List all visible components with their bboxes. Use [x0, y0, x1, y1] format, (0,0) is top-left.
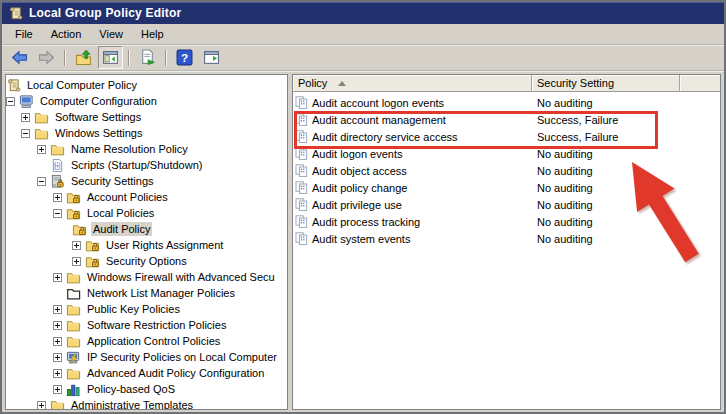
- title-bar: Local Group Policy Editor: [2, 2, 724, 24]
- policy-row-audit-privilege-use[interactable]: Audit privilege useNo auditing: [293, 196, 720, 213]
- tree-item-label: Security Settings: [69, 174, 156, 188]
- server-lock-icon: [50, 174, 65, 189]
- tree-item-label: Windows Firewall with Advanced Secu: [85, 270, 277, 284]
- policy-doc-icon: [295, 164, 308, 177]
- policy-name: Audit process tracking: [312, 216, 420, 228]
- policy-name: Audit privilege use: [312, 199, 402, 211]
- policy-row-audit-account-management[interactable]: Audit account managementSuccess, Failure: [293, 111, 720, 128]
- tree-item-windows-settings[interactable]: Windows Settings: [6, 125, 287, 141]
- column-header-policy[interactable]: Policy: [293, 75, 532, 92]
- policy-cell: Audit system events: [293, 232, 532, 245]
- policy-cell: Audit account management: [293, 113, 532, 126]
- plus-box-icon: [72, 241, 81, 250]
- policy-row-audit-system-events[interactable]: Audit system eventsNo auditing: [293, 230, 720, 247]
- plus-box-icon: [37, 401, 46, 410]
- tree-item-name-resolution-policy[interactable]: Name Resolution Policy: [6, 141, 287, 157]
- forward-button[interactable]: [34, 46, 59, 69]
- toolbar: ?: [2, 45, 724, 71]
- column-header-blank: [680, 75, 720, 92]
- tree-item-local-computer-policy[interactable]: Local Computer Policy: [6, 77, 287, 93]
- tree-item-local-policies[interactable]: Local Policies: [6, 205, 287, 221]
- policy-doc-icon: [295, 181, 308, 194]
- menu-help[interactable]: Help: [132, 26, 173, 42]
- security-setting-value: No auditing: [532, 165, 593, 177]
- tree-item-network-list-manager-policies[interactable]: Network List Manager Policies: [6, 285, 287, 301]
- policy-row-audit-object-access[interactable]: Audit object accessNo auditing: [293, 162, 720, 179]
- scripts-icon: [50, 158, 65, 173]
- plus-box-icon: [53, 369, 62, 378]
- plus-box-icon: [53, 305, 62, 314]
- list-header: Policy Security Setting: [293, 75, 720, 92]
- security-setting-value: Success, Failure: [532, 114, 618, 126]
- folder-icon: [66, 318, 81, 333]
- back-button[interactable]: [7, 46, 32, 69]
- console-tree-icon: [102, 49, 119, 66]
- tree-item-audit-policy[interactable]: Audit Policy: [6, 221, 287, 237]
- policy-row-audit-process-tracking[interactable]: Audit process trackingNo auditing: [293, 213, 720, 230]
- column-header-policy-label: Policy: [298, 77, 327, 89]
- folder-icon: [50, 142, 65, 157]
- menu-file[interactable]: File: [6, 26, 42, 42]
- folder-icon: [34, 110, 49, 125]
- security-setting-value: No auditing: [532, 199, 593, 211]
- nav-back-icon: [11, 49, 28, 66]
- folder-icon: [66, 270, 81, 285]
- tree-item-software-restriction-policies[interactable]: Software Restriction Policies: [6, 317, 287, 333]
- folder-lock-icon: [72, 222, 87, 237]
- policy-doc-icon: [295, 198, 308, 211]
- up-one-level-button[interactable]: [71, 46, 96, 69]
- show-action-pane-button[interactable]: [199, 46, 224, 69]
- tree-item-computer-configuration[interactable]: Computer Configuration: [6, 93, 287, 109]
- toolbar-separator: [64, 50, 66, 66]
- policy-row-audit-directory-service-access[interactable]: Audit directory service accessSuccess, F…: [293, 128, 720, 145]
- plus-box-icon: [21, 113, 30, 122]
- qos-icon: [66, 382, 81, 397]
- security-setting-value: No auditing: [532, 97, 593, 109]
- minus-box-icon: [6, 97, 15, 106]
- policy-cell: Audit directory service access: [293, 130, 532, 143]
- column-header-security-setting[interactable]: Security Setting: [532, 75, 680, 92]
- policy-row-audit-logon-events[interactable]: Audit logon eventsNo auditing: [293, 145, 720, 162]
- tree-item-label: Software Restriction Policies: [85, 318, 228, 332]
- tree-item-scripts-startup-shutdown[interactable]: Scripts (Startup/Shutdown): [6, 157, 287, 173]
- tree-item-advanced-audit-policy-configuration[interactable]: Advanced Audit Policy Configuration: [6, 365, 287, 381]
- tree-item-security-options[interactable]: Security Options: [6, 253, 287, 269]
- tree-item-label: Windows Settings: [53, 126, 144, 140]
- toolbar-separator: [128, 50, 130, 66]
- tree-item-windows-firewall-with-advanced-secu[interactable]: Windows Firewall with Advanced Secu: [6, 269, 287, 285]
- menu-view[interactable]: View: [90, 26, 132, 42]
- policy-name: Audit logon events: [312, 148, 403, 160]
- plus-box-icon: [37, 145, 46, 154]
- menu-action[interactable]: Action: [42, 26, 91, 42]
- tree-item-administrative-templates[interactable]: Administrative Templates: [6, 397, 287, 410]
- tree-item-user-rights-assignment[interactable]: User Rights Assignment: [6, 237, 287, 253]
- tree-item-public-key-policies[interactable]: Public Key Policies: [6, 301, 287, 317]
- plus-box-icon: [53, 273, 62, 282]
- folder-icon: [66, 366, 81, 381]
- tree-item-software-settings[interactable]: Software Settings: [6, 109, 287, 125]
- folder-icon: [34, 126, 49, 141]
- help-button[interactable]: ?: [172, 46, 197, 69]
- folder-icon: [66, 302, 81, 317]
- policy-cell: Audit logon events: [293, 147, 532, 160]
- folder-lock-icon: [66, 190, 81, 205]
- policy-row-audit-account-logon-events[interactable]: Audit account logon eventsNo auditing: [293, 94, 720, 111]
- tree-item-label: Computer Configuration: [38, 94, 159, 108]
- menu-bar: FileActionViewHelp: [2, 24, 724, 45]
- tree-item-application-control-policies[interactable]: Application Control Policies: [6, 333, 287, 349]
- export-list-button[interactable]: [135, 46, 160, 69]
- policy-cell: Audit policy change: [293, 181, 532, 194]
- policy-doc-icon: [295, 130, 308, 143]
- computer-bolt-icon: [66, 350, 81, 365]
- tree-item-label: Administrative Templates: [69, 398, 195, 410]
- tree-item-policy-based-qos[interactable]: Policy-based QoS: [6, 381, 287, 397]
- tree-item-label: Security Options: [104, 254, 189, 268]
- tree-item-ip-security-policies-on-local-computer[interactable]: IP Security Policies on Local Computer: [6, 349, 287, 365]
- folder-lock-icon: [66, 206, 81, 221]
- policy-doc-icon: [295, 96, 308, 109]
- tree-item-account-policies[interactable]: Account Policies: [6, 189, 287, 205]
- tree-item-security-settings[interactable]: Security Settings: [6, 173, 287, 189]
- show-console-tree-button[interactable]: [98, 46, 123, 69]
- policy-row-audit-policy-change[interactable]: Audit policy changeNo auditing: [293, 179, 720, 196]
- gpo-scroll-icon: [8, 6, 23, 21]
